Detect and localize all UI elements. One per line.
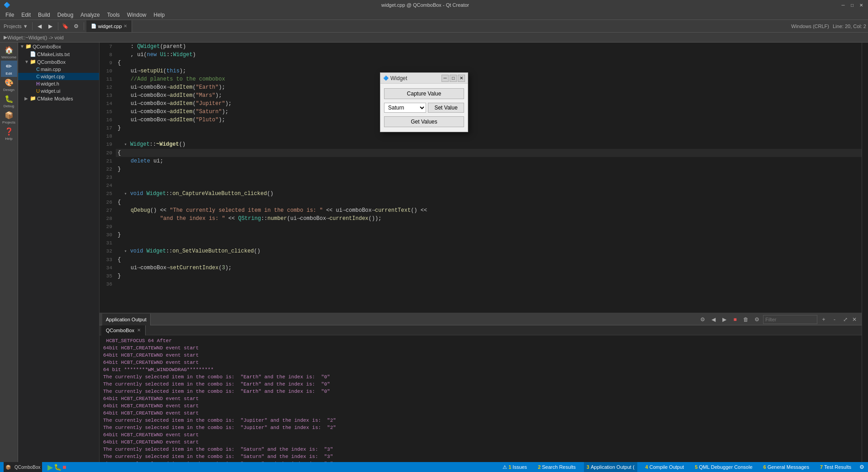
output-line-17: The currently selected item in the combo… — [103, 453, 858, 460]
tree-item-widget-h[interactable]: H widget.h — [18, 80, 99, 87]
toolbar-back-btn[interactable]: ◀ — [35, 21, 45, 31]
menu-debug[interactable]: Debug — [54, 11, 77, 19]
status-tab-output-num: 3 — [587, 464, 589, 470]
toolbar-bookmark-btn[interactable]: 🔖 — [61, 21, 71, 31]
sidebar-item-edit[interactable]: ✏ Edit — [1, 61, 17, 77]
line-num-14: 14 — [100, 100, 116, 108]
toolbar-sep-3 — [84, 22, 84, 30]
tree-arrow-qcombobox-sub: ▼ — [24, 59, 29, 64]
tree-item-main-cpp[interactable]: C main.cpp — [18, 66, 99, 73]
tree-item-qcombobox-sub[interactable]: ▼ 📁 QComboBox — [18, 58, 99, 66]
widget-dialog-minimize[interactable]: ─ — [441, 75, 449, 82]
status-tab-qml[interactable]: 5 QML Debugger Console — [692, 462, 755, 472]
close-btn[interactable]: ✕ — [858, 2, 864, 8]
file-tabs-area: 📄 widget.cpp ✕ — [86, 20, 791, 32]
toolbar-settings-btn[interactable]: ⚙ — [71, 21, 81, 31]
tree-item-cmake-modules[interactable]: ▶ 📁 CMake Modules — [18, 95, 99, 102]
output-add-btn[interactable]: + — [819, 315, 828, 324]
line-content-36 — [116, 280, 862, 288]
line-num-34: 34 — [100, 264, 116, 272]
menu-analyze[interactable]: Analyze — [77, 11, 104, 19]
set-value-button[interactable]: Set Value — [428, 103, 464, 113]
tab-widget-cpp-close[interactable]: ✕ — [123, 24, 127, 29]
menu-tools[interactable]: Tools — [104, 11, 123, 19]
output-clear-btn[interactable]: 🗑 — [741, 315, 750, 324]
output-toolbar-prev[interactable]: ◀ — [709, 315, 718, 324]
status-tab-search[interactable]: 2 Search Results — [535, 462, 579, 472]
status-tab-general[interactable]: 6 General Messages — [761, 462, 812, 472]
output-toolbar-next[interactable]: ▶ — [720, 315, 729, 324]
sidebar-item-projects[interactable]: 📦 Projects — [1, 110, 17, 126]
status-tab-search-num: 2 — [538, 464, 541, 470]
line-content-21: delete ui; — [116, 157, 862, 165]
menu-build[interactable]: Build — [34, 11, 54, 19]
line-content-28: "and the index is: " << QString::number(… — [116, 215, 862, 223]
line-info-label: Line: 20, Col: 2 — [833, 24, 866, 29]
tree-item-qcombobox-root[interactable]: ▼ 📁 QComboBox — [18, 43, 99, 50]
run-btn[interactable]: ▶ — [47, 463, 53, 472]
menu-window[interactable]: Window — [123, 11, 150, 19]
output-line-11: 64bit HCBT_CREATEWND event start — [103, 410, 858, 417]
debug-mini-project: 📦 — [5, 465, 11, 470]
minimize-btn[interactable]: ─ — [840, 2, 846, 8]
output-toolbar-run[interactable]: ⚙ — [698, 315, 707, 324]
status-gear-icon[interactable]: ⚙ — [859, 464, 864, 470]
line-num-23: 23 — [100, 173, 116, 181]
tree-item-widget-cpp[interactable]: C widget.cpp — [18, 73, 99, 80]
line-num-31: 31 — [100, 239, 116, 247]
output-subtab-qcombobox-close[interactable]: ✕ — [137, 328, 141, 333]
sidebar-item-help[interactable]: ❓ Help — [1, 126, 17, 142]
widget-dialog-titlebar: 🔷 Widget ─ □ ✕ — [380, 73, 468, 84]
tree-item-widget-ui[interactable]: U widget.ui — [18, 87, 99, 95]
sidebar-item-design[interactable]: 🎨 Design — [1, 77, 17, 93]
menu-file[interactable]: File — [2, 11, 18, 19]
output-content[interactable]: HCBT_SETFOCUS 64 After 64bit HCBT_CREATE… — [100, 335, 862, 462]
output-tab-app[interactable]: Application Output — [102, 314, 151, 325]
right-gutter — [862, 43, 868, 462]
tree-icon-qcombobox-sub: 📁 — [30, 59, 36, 65]
status-tab-test[interactable]: 7 Test Results — [817, 462, 854, 472]
tree-label-widget-cpp: widget.cpp — [41, 74, 65, 79]
capture-value-button[interactable]: Capture Value — [384, 88, 464, 99]
status-tab-compile[interactable]: 4 Compile Output — [643, 462, 687, 472]
maximize-btn[interactable]: □ — [849, 2, 855, 8]
line-num-36: 36 — [100, 280, 116, 288]
widget-dialog-maximize[interactable]: □ — [450, 75, 457, 82]
output-close-panel-btn[interactable]: ✕ — [850, 315, 859, 324]
sidebar-item-debug[interactable]: 🐛 Debug — [1, 93, 17, 110]
line-content-10: ui→setupUi(this); — [116, 67, 862, 75]
line-content-16: ui→comboBox→addItem("Pluto"); — [116, 116, 862, 124]
status-tab-issues[interactable]: ⚠ 1 Issues — [500, 462, 530, 472]
output-subtab-qcombobox[interactable]: QComboBox ✕ — [101, 325, 146, 335]
tab-widget-cpp[interactable]: 📄 widget.cpp ✕ — [86, 20, 133, 32]
sidebar-item-welcome[interactable]: 🏠 Welcome — [1, 44, 17, 61]
planet-dropdown[interactable]: Earth Mars Jupiter Saturn Pluto — [384, 103, 426, 113]
output-stop-btn[interactable]: ■ — [730, 315, 740, 324]
breadcrumb-path: ▶ — [4, 34, 7, 40]
toolbar-fwd-btn[interactable]: ▶ — [46, 21, 56, 31]
output-maximize-btn[interactable]: ⤢ — [841, 315, 850, 324]
menu-edit[interactable]: Edit — [18, 11, 34, 19]
line-num-27: 27 — [100, 206, 116, 215]
tree-item-cmakelists[interactable]: 📄 CMakeLists.txt — [18, 50, 99, 58]
get-values-button[interactable]: Get Values — [384, 116, 464, 127]
debug-run-btn[interactable]: 🐛 — [54, 463, 62, 471]
main-toolbar: Projects ▼ ◀ ▶ 🔖 ⚙ 📄 widget.cpp ✕ Window… — [0, 20, 868, 33]
menu-help[interactable]: Help — [150, 11, 169, 19]
code-editor[interactable]: 7 : QWidget(parent) 8 , ui(new Ui::Widge… — [100, 43, 862, 313]
output-filter-input[interactable] — [763, 315, 817, 324]
tree-label-widget-h: widget.h — [41, 81, 59, 86]
output-remove-btn[interactable]: - — [830, 315, 839, 324]
line-num-8: 8 — [100, 51, 116, 59]
line-num-11: 11 — [100, 75, 116, 83]
stop-btn[interactable]: ■ — [62, 463, 66, 471]
line-num-10: 10 — [100, 67, 116, 75]
line-num-22: 22 — [100, 165, 116, 173]
editor-area[interactable]: 7 : QWidget(parent) 8 , ui(new Ui::Widge… — [100, 43, 862, 313]
status-tab-output[interactable]: 3 Application Output ( — [584, 462, 637, 472]
output-line-10: 64bit HCBT_CREATEWND event start — [103, 402, 858, 410]
tree-icon-cmakelists: 📄 — [30, 51, 36, 57]
code-line-30: 30 } — [100, 231, 862, 239]
widget-dialog-close[interactable]: ✕ — [458, 75, 465, 82]
output-settings-btn[interactable]: ⚙ — [752, 315, 761, 324]
